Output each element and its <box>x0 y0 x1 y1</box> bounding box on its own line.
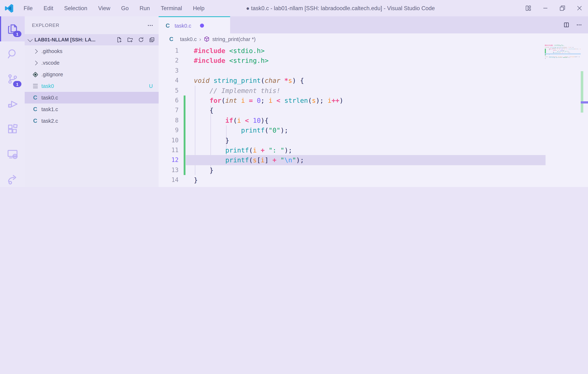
remote-explorer-icon <box>6 148 18 160</box>
menu-bar: File Edit Selection View Go Run Terminal… <box>19 3 209 13</box>
breadcrumb-file[interactable]: task0.c <box>180 36 197 42</box>
line-number: 8 <box>159 115 178 125</box>
line-number: 15 <box>159 185 178 187</box>
c-file-icon <box>167 35 176 43</box>
vscode-window: File Edit Selection View Go Run Terminal… <box>0 0 588 187</box>
code-text: { <box>194 106 213 116</box>
file-name: .gitignore <box>41 72 63 77</box>
code-editor[interactable]: 1#include <stdio.h> 2#include <string.h>… <box>159 45 588 187</box>
line-number: 14 <box>159 175 178 185</box>
code-line[interactable]: 13 } <box>159 165 546 175</box>
line-number: 4 <box>159 75 178 85</box>
code-text: } <box>194 165 213 175</box>
code-line[interactable]: 18} <box>545 58 554 59</box>
new-file-icon[interactable] <box>116 37 122 43</box>
menu-item[interactable]: View <box>94 3 115 13</box>
tab-task0c[interactable]: task0.c <box>159 16 230 34</box>
activity-search[interactable] <box>0 41 25 66</box>
file-tree: .githooks .vscode .gitignore <box>25 45 159 127</box>
activity-run-debug[interactable] <box>0 92 25 117</box>
file-icon <box>31 70 40 78</box>
activity-extensions[interactable] <box>0 117 25 142</box>
file-name: task1.c <box>41 107 58 112</box>
code-text: void string_print(char *s) { <box>194 75 304 85</box>
symbol-method-icon <box>204 36 210 42</box>
file-row[interactable]: task2.c <box>25 115 159 127</box>
menu-item[interactable]: Selection <box>59 3 92 13</box>
code-lines: 1#include <stdio.h> 2#include <string.h>… <box>159 46 546 187</box>
line-number: 7 <box>159 106 178 116</box>
breadcrumb: task0.c › string_print(char *) <box>159 33 588 45</box>
file-row[interactable]: .gitignore <box>25 69 159 80</box>
unsaved-dot-icon[interactable] <box>200 24 204 28</box>
window-title: ● task0.c - lab01-nllam [SSH: labradoodl… <box>246 0 435 16</box>
file-row[interactable]: task0 U <box>25 80 159 92</box>
code-line[interactable]: 15 <box>159 185 546 187</box>
code-line[interactable]: 12 printf(s[i] + "\n"); <box>159 155 546 165</box>
git-status-badge: U <box>149 83 153 89</box>
code-line[interactable]: 5 // Implement this! <box>159 85 546 96</box>
menu-item[interactable]: Go <box>116 3 133 13</box>
line-number: 1 <box>159 46 178 56</box>
editor-group: task0.c task0.c › string_print(char *) <box>159 16 588 187</box>
file-row[interactable]: .githooks <box>25 45 159 57</box>
minimize-button[interactable] <box>537 0 554 16</box>
menu-item[interactable]: Edit <box>39 3 58 13</box>
code-line[interactable]: 2#include <string.h> <box>159 56 546 66</box>
file-row[interactable]: .vscode <box>25 57 159 69</box>
file-row[interactable]: task0.c <box>25 92 159 104</box>
code-line[interactable]: 14} <box>159 175 546 185</box>
code-line[interactable]: 11 printf(i + ": "); <box>159 145 546 155</box>
code-text: } <box>194 135 229 145</box>
activity-remote-explorer[interactable] <box>0 142 25 167</box>
file-icon <box>31 47 40 55</box>
breadcrumb-symbol[interactable]: string_print(char *) <box>212 36 256 42</box>
file-icon <box>31 94 40 102</box>
minimap-current-line <box>545 53 581 54</box>
code-text: // Implement this! <box>194 85 280 96</box>
restore-button[interactable] <box>554 0 571 16</box>
code-line[interactable]: 6 for(int i = 0; i < strlen(s); i++) <box>159 96 546 106</box>
code-text: } <box>194 175 198 185</box>
split-editor-icon[interactable] <box>563 22 569 28</box>
more-actions-icon[interactable] <box>147 22 154 29</box>
code-line[interactable]: 4void string_print(char *s) { <box>159 75 546 85</box>
code-line[interactable]: 10 } <box>159 135 546 145</box>
code-line[interactable]: 3 <box>159 66 546 76</box>
new-folder-icon[interactable] <box>127 37 133 43</box>
collapse-all-icon[interactable] <box>149 37 155 43</box>
code-line[interactable]: 9 printf("0"); <box>159 125 546 135</box>
code-line[interactable]: 7 { <box>159 106 546 116</box>
activity-explorer[interactable]: 1 <box>0 16 25 41</box>
overview-ruler-change-marker <box>581 71 583 113</box>
run-debug-icon <box>6 98 18 110</box>
file-icon <box>31 117 40 125</box>
activity-live-share[interactable] <box>0 167 25 187</box>
explorer-badge: 1 <box>13 31 21 37</box>
refresh-icon[interactable] <box>138 37 144 43</box>
title-bar: File Edit Selection View Go Run Terminal… <box>0 0 588 16</box>
workspace-section-header[interactable]: LAB01-NLLAM [SSH: LA... <box>25 34 159 45</box>
vscode-logo-icon <box>4 3 14 13</box>
code-text: #include <stdio.h> <box>194 46 265 56</box>
minimap[interactable]: 1#include <stdio.h> 2#include <string.h>… <box>545 45 581 187</box>
menu-item[interactable]: Run <box>135 3 155 13</box>
line-number: 6 <box>159 96 178 106</box>
file-row[interactable]: task1.c <box>25 104 159 115</box>
code-line[interactable]: 1#include <stdio.h> <box>159 46 546 56</box>
line-number: 10 <box>159 135 178 145</box>
customize-layout-icon[interactable] <box>520 0 537 16</box>
activity-source-control[interactable]: 1 <box>0 66 25 92</box>
file-icon <box>31 59 40 67</box>
code-text: for(int i = 0; i < strlen(s); i++) <box>194 96 343 106</box>
activity-bar: 1 1 1 <box>0 16 25 187</box>
menu-item[interactable]: Help <box>188 3 209 13</box>
editor-more-actions-icon[interactable] <box>576 22 582 28</box>
chevron-separator-icon: › <box>199 36 201 42</box>
code-line[interactable]: 8 if(i < 10){ <box>159 115 546 125</box>
menu-item[interactable]: Terminal <box>156 3 187 13</box>
overview-ruler-cursor-marker <box>581 101 588 104</box>
line-number: 13 <box>159 165 178 175</box>
menu-item[interactable]: File <box>19 3 37 13</box>
close-window-button[interactable] <box>571 0 588 16</box>
